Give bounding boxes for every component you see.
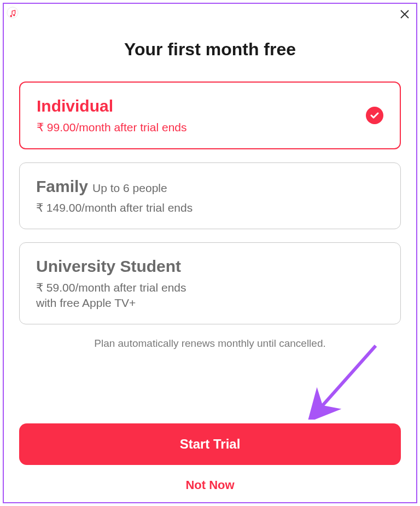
plan-title: Family — [36, 177, 88, 196]
svg-point-0 — [7, 7, 18, 18]
plans-list: Individual ₹ 99.00/month after trial end… — [4, 82, 416, 324]
svg-line-3 — [318, 346, 376, 410]
bottom-actions: Start Trial Not Now — [19, 423, 401, 492]
selected-check-icon — [366, 107, 383, 124]
plan-title: University Student — [36, 257, 181, 276]
plan-card-student[interactable]: University Student ₹ 59.00/month after t… — [19, 242, 401, 324]
renewal-note: Plan automatically renews monthly until … — [4, 338, 416, 350]
annotation-arrow-icon — [307, 340, 384, 420]
plan-subtitle: Up to 6 people — [92, 182, 167, 195]
plan-card-family[interactable]: Family Up to 6 people ₹ 149.00/month aft… — [19, 162, 401, 229]
plan-price: ₹ 59.00/month after trial ends — [36, 281, 384, 294]
close-icon — [400, 7, 410, 22]
apple-music-icon — [7, 7, 19, 19]
start-trial-button[interactable]: Start Trial — [19, 423, 401, 465]
plan-price: ₹ 149.00/month after trial ends — [36, 201, 384, 214]
page-title: Your first month free — [4, 39, 416, 60]
close-button[interactable] — [400, 8, 410, 21]
plan-title: Individual — [37, 97, 113, 115]
trial-dialog: Your first month free Individual ₹ 99.00… — [3, 3, 417, 503]
plan-price: ₹ 99.00/month after trial ends — [37, 121, 383, 134]
not-now-link[interactable]: Not Now — [19, 478, 401, 492]
plan-card-individual[interactable]: Individual ₹ 99.00/month after trial end… — [19, 82, 401, 149]
plan-extra: with free Apple TV+ — [36, 296, 384, 310]
